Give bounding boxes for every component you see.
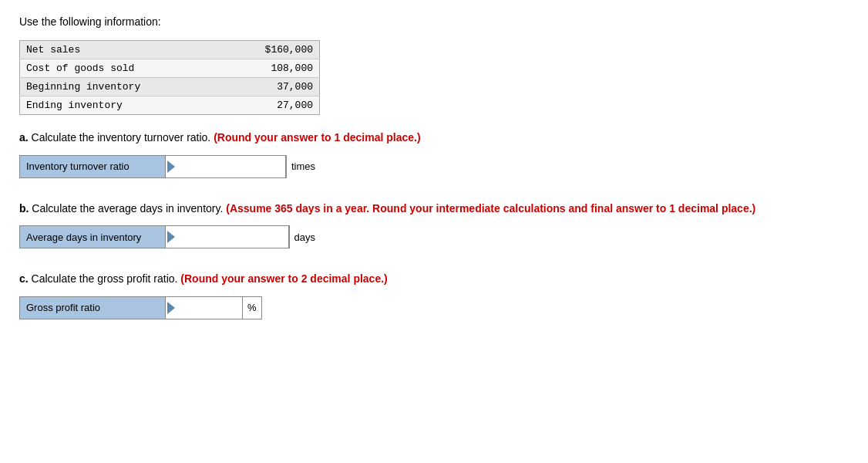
inventory-turnover-label: Inventory turnover ratio [19, 155, 166, 178]
avg-days-input[interactable] [175, 228, 288, 246]
table-row: Ending inventory 27,000 [20, 96, 320, 115]
avg-days-label: Average days in inventory [19, 225, 166, 248]
inventory-turnover-input[interactable] [175, 157, 285, 175]
value-beginning-inventory: 37,000 [214, 78, 319, 96]
triangle-icon [167, 231, 175, 243]
gross-profit-answer-row: Gross profit ratio % [19, 296, 274, 319]
section-b-label: b. Calculate the average days in invento… [19, 201, 849, 217]
avg-days-unit: days [289, 225, 320, 248]
section-b-text: Calculate the average days in inventory. [29, 202, 226, 215]
section-c-label: c. Calculate the gross profit ratio. (Ro… [19, 272, 849, 287]
avg-days-answer-row: Average days in inventory days [19, 225, 320, 248]
label-cogs: Cost of goods sold [20, 59, 214, 78]
section-a-letter: a. [19, 131, 29, 144]
value-ending-inventory: 27,000 [214, 96, 319, 115]
gross-profit-label: Gross profit ratio [19, 296, 166, 319]
section-a: a. Calculate the inventory turnover rati… [19, 130, 849, 178]
section-a-highlight: (Round your answer to 1 decimal place.) [214, 131, 420, 144]
section-c: c. Calculate the gross profit ratio. (Ro… [19, 272, 849, 319]
triangle-icon [167, 161, 175, 173]
inventory-turnover-unit: times [286, 155, 320, 178]
value-cogs: 108,000 [214, 59, 319, 78]
section-b-letter: b. [19, 202, 29, 215]
gross-profit-input-wrapper [166, 296, 243, 319]
value-net-sales: $160,000 [214, 41, 319, 59]
label-beginning-inventory: Beginning inventory [20, 78, 214, 96]
table-row: Beginning inventory 37,000 [20, 78, 320, 96]
label-ending-inventory: Ending inventory [20, 96, 214, 115]
triangle-icon [167, 302, 175, 314]
section-c-text: Calculate the gross profit ratio. [29, 272, 181, 285]
intro-text: Use the following information: [19, 15, 849, 28]
label-net-sales: Net sales [20, 41, 214, 59]
table-row: Net sales $160,000 [20, 41, 320, 59]
section-c-highlight: (Round your answer to 2 decimal place.) [180, 272, 387, 285]
table-row: Cost of goods sold 108,000 [20, 59, 320, 78]
gross-profit-unit: % [243, 296, 262, 319]
section-a-label: a. Calculate the inventory turnover rati… [19, 130, 849, 146]
avg-days-input-wrapper [166, 225, 289, 248]
inventory-turnover-answer-row: Inventory turnover ratio times [19, 155, 320, 178]
section-a-text: Calculate the inventory turnover ratio. [29, 131, 214, 144]
inventory-turnover-input-wrapper [166, 155, 286, 178]
section-b: b. Calculate the average days in invento… [19, 201, 849, 249]
gross-profit-input[interactable] [175, 299, 242, 316]
section-b-highlight: (Assume 365 days in a year. Round your i… [226, 202, 755, 215]
section-c-letter: c. [19, 272, 29, 285]
info-table: Net sales $160,000 Cost of goods sold 10… [19, 40, 320, 115]
